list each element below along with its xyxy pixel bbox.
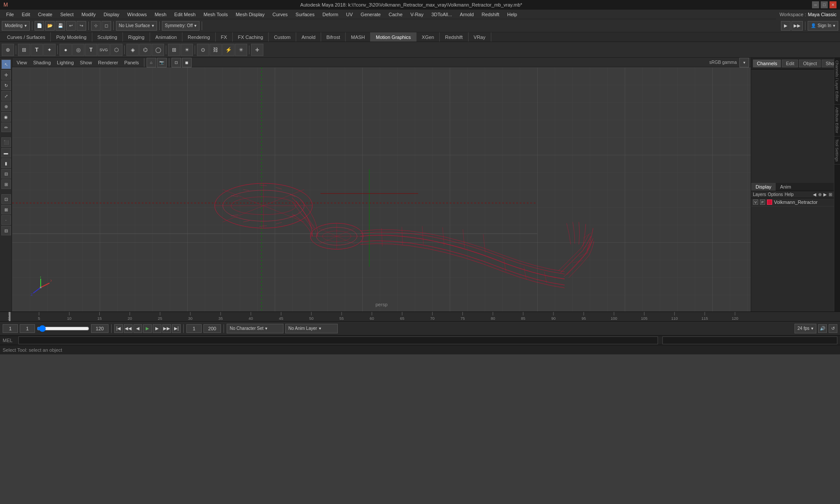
snap-curve[interactable]: ⊠ [1,205,11,214]
save-scene-btn[interactable]: 💾 [56,21,65,31]
sign-in-btn[interactable]: 👤 Sign In ▾ [808,21,838,31]
shaded-btn[interactable]: ◼ [182,58,192,67]
edit-tab[interactable]: Edit [782,60,798,67]
paint-tool[interactable]: ✏ [1,122,11,132]
layout-3[interactable]: ⊟ [1,169,11,178]
menu-item-display[interactable]: Display [100,11,123,18]
menu-item-surfaces[interactable]: Surfaces [292,11,318,18]
channels-side-tab[interactable]: Channels / Layer Editor [834,58,840,105]
show-menu[interactable]: Show [77,59,95,66]
module-tab-sculpting[interactable]: Sculpting [92,32,123,42]
redo-btn[interactable]: ↪ [77,21,86,31]
timeline-ruler[interactable]: 1510152025303540455055606570758085909510… [0,312,840,321]
range-start-anim[interactable] [186,324,202,333]
svg-btn[interactable]: SVG [98,44,110,56]
menu-item-arnold[interactable]: Arnold [456,11,477,18]
gamma-settings[interactable]: ▾ [739,58,749,67]
layer-icon4[interactable]: ⊞ [829,192,832,197]
scale-tool[interactable]: ⤢ [1,91,11,101]
module-tab-custom[interactable]: Custom [269,32,296,42]
star2-btn[interactable]: ✳ [235,44,247,56]
go-to-start-btn[interactable]: |◀ [114,324,123,333]
layer-icon2[interactable]: ⊕ [818,192,822,197]
play-btn[interactable]: ▶ [143,324,152,333]
menu-item-windows[interactable]: Windows [124,11,150,18]
text-btn[interactable]: T [85,44,97,56]
audio-btn[interactable]: 🔊 [818,324,827,333]
module-tab-poly-modeling[interactable]: Poly Modeling [51,32,92,42]
place-btn[interactable]: ⊞ [168,44,180,56]
menu-item-cache[interactable]: Cache [385,11,406,18]
menu-item-create[interactable]: Create [35,11,56,18]
select-tool-btn[interactable]: ⊹ [91,21,101,31]
layer-icon3[interactable]: ▶ [823,192,827,197]
anim-tab[interactable]: Anim [776,183,795,191]
anim-layer-dropdown[interactable]: No Anim Layer ▾ [285,324,338,333]
menu-item-help[interactable]: Help [504,11,521,18]
module-tab-redshift[interactable]: Redshift [440,32,468,42]
rotate-tool[interactable]: ↻ [1,80,11,90]
channels-tab[interactable]: Channels [753,60,781,67]
layout-2h[interactable]: ▬ [1,148,11,158]
shading-menu[interactable]: Shading [31,59,53,66]
layout-single[interactable]: ⬛ [1,137,11,147]
menu-item-file[interactable]: File [3,11,18,18]
go-to-end-btn[interactable]: ▶| [172,324,181,333]
module-tab-bifrost[interactable]: Bifrost [321,32,346,42]
module-tab-fx[interactable]: FX [216,32,233,42]
help-menu[interactable]: Help [784,192,794,197]
mel-input[interactable] [18,336,658,344]
menu-item-generate[interactable]: Generate [357,11,384,18]
home-btn[interactable]: ⌂ [147,58,156,67]
close-button[interactable]: ✕ [830,1,836,8]
menu-item-edit[interactable]: Edit [18,11,34,18]
plus-btn[interactable]: + [251,44,263,56]
range-end-anim[interactable] [203,324,221,333]
layout-4[interactable]: ⊞ [1,179,11,189]
color-btn[interactable]: ◈ [126,44,139,56]
lasso-tool-btn[interactable]: ◻ [102,21,111,31]
snap-surface[interactable]: ⊟ [1,226,11,235]
render-btn[interactable]: ▶ [781,21,791,31]
view-menu[interactable]: View [14,59,30,66]
module-tab-fx-caching[interactable]: FX Caching [233,32,269,42]
layer-icon1[interactable]: ◀ [813,192,816,197]
deform-btn[interactable]: ⌬ [139,44,151,56]
menu-item-v-ray[interactable]: V-Ray [407,11,427,18]
menu-item-edit-mesh[interactable]: Edit Mesh [171,11,199,18]
snap-grid[interactable]: ⊡ [1,194,11,204]
fx-btn[interactable]: ⚡ [222,44,234,56]
viewport-canvas[interactable]: X Y Z persp [12,67,751,312]
minimize-button[interactable]: ─ [812,1,819,8]
module-tab-animation[interactable]: Animation [150,32,182,42]
range-start-field[interactable] [3,324,18,333]
chain-btn[interactable]: ⛓ [210,44,222,56]
helix-btn[interactable]: ◎ [72,44,84,56]
prev-frame-btn[interactable]: ◀ [133,324,142,333]
current-frame-field[interactable] [20,324,35,333]
fps-dropdown[interactable]: 24 fps ▾ [794,324,816,333]
menu-item-redshift[interactable]: Redshift [478,11,503,18]
prev-key-btn[interactable]: ◀◀ [124,324,133,333]
move-tool[interactable]: ✛ [1,70,11,80]
display-tab[interactable]: Display [751,183,776,191]
render-seq-btn[interactable]: ▶▶ [791,21,803,31]
undo-btn[interactable]: ↩ [66,21,76,31]
module-tab-xgen[interactable]: XGen [416,32,440,42]
symmetry-dropdown[interactable]: Symmetry: Off ▾ [162,21,200,31]
mograph-star-btn[interactable]: ✦ [43,44,56,56]
no-live-surface[interactable]: No Live Surface ▾ [116,21,157,31]
module-tab-mash[interactable]: MASH [346,32,371,42]
menu-item-3dtoall...[interactable]: 3DToAll... [428,11,455,18]
menu-item-deform[interactable]: Deform [319,11,342,18]
layer-item[interactable]: V P Volkmann_Retractor [751,198,834,206]
lighting-menu[interactable]: Lighting [54,59,77,66]
menu-item-mesh[interactable]: Mesh [151,11,170,18]
playback-end-field[interactable] [91,324,108,333]
constraint-btn[interactable]: ⊙ [197,44,209,56]
renderer-menu[interactable]: Renderer [95,59,121,66]
loop-btn[interactable]: ↺ [829,324,837,333]
next-key-btn[interactable]: ▶▶ [162,324,171,333]
object-tab[interactable]: Object [799,60,821,67]
module-tab-vray[interactable]: VRay [469,32,491,42]
